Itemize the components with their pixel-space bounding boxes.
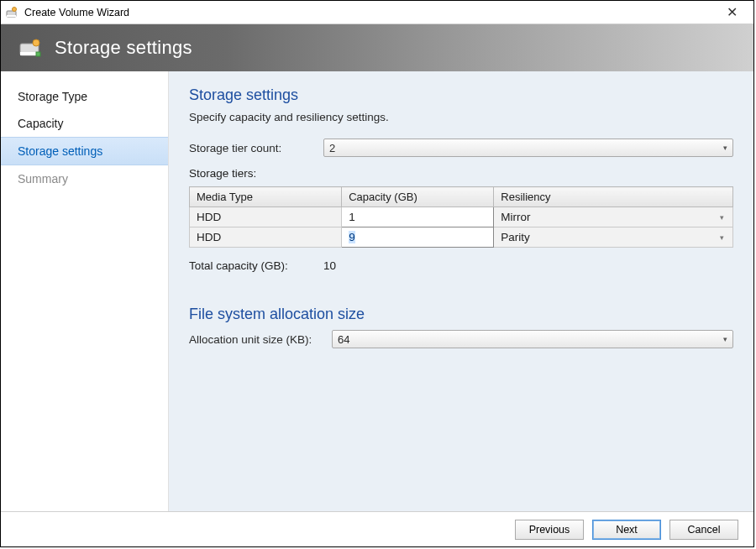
alloc-value: 64: [338, 333, 349, 346]
sidebar-item-storage-settings[interactable]: Storage settings: [1, 137, 168, 165]
window-title: Create Volume Wizard: [24, 7, 715, 18]
chevron-down-icon: ▾: [720, 213, 724, 222]
cell-capacity[interactable]: 1: [342, 207, 494, 227]
cell-media: HDD: [190, 227, 342, 248]
cancel-button[interactable]: Cancel: [669, 520, 738, 540]
disk-banner-icon: [19, 36, 43, 60]
close-icon[interactable]: ✕: [715, 4, 748, 20]
sidebar-item-label: Summary: [18, 172, 68, 186]
alloc-dropdown[interactable]: 64 ▾: [332, 330, 733, 348]
section-alloc-title: File system allocation size: [189, 306, 733, 323]
chevron-down-icon: ▾: [723, 144, 727, 152]
capacity-value: 9: [349, 231, 355, 243]
tiers-table: Media Type Capacity (GB) Resiliency HDD …: [189, 186, 733, 248]
section-storage-sub: Specify capacity and resiliency settings…: [189, 111, 733, 123]
tier-count-value: 2: [329, 142, 335, 154]
sidebar-item-summary: Summary: [1, 165, 168, 192]
resiliency-value: Parity: [501, 231, 530, 243]
tiers-label: Storage tiers:: [189, 167, 733, 180]
chevron-down-icon: ▾: [720, 233, 724, 242]
sidebar-item-storage-type[interactable]: Storage Type: [1, 83, 168, 110]
total-capacity-value: 10: [323, 259, 336, 272]
th-capacity[interactable]: Capacity (GB): [342, 187, 494, 207]
cell-resiliency[interactable]: Parity ▾: [494, 227, 733, 248]
sidebar: Storage Type Capacity Storage settings S…: [1, 71, 169, 511]
wizard-body: Storage Type Capacity Storage settings S…: [1, 71, 753, 511]
th-resiliency[interactable]: Resiliency: [494, 187, 733, 207]
sidebar-item-capacity[interactable]: Capacity: [1, 110, 168, 137]
cell-resiliency[interactable]: Mirror ▾: [494, 207, 733, 227]
next-button[interactable]: Next: [592, 520, 661, 540]
alloc-label: Allocation unit size (KB):: [189, 333, 332, 346]
resiliency-value: Mirror: [501, 211, 530, 223]
sidebar-item-label: Storage Type: [18, 90, 87, 103]
wizard-window: Create Volume Wizard ✕ Storage settings …: [0, 0, 754, 547]
button-bar: Previous Next Cancel: [1, 511, 753, 546]
alloc-row: Allocation unit size (KB): 64 ▾: [189, 330, 733, 348]
titlebar: Create Volume Wizard ✕: [1, 1, 753, 24]
sidebar-item-label: Capacity: [18, 117, 63, 130]
chevron-down-icon: ▾: [723, 335, 727, 343]
banner-title: Storage settings: [55, 37, 192, 59]
previous-button[interactable]: Previous: [515, 520, 584, 540]
table-row: HDD 9 Parity ▾: [190, 227, 733, 248]
tier-count-label: Storage tier count:: [189, 142, 323, 154]
svg-rect-6: [36, 52, 40, 56]
th-media[interactable]: Media Type: [190, 187, 342, 207]
main-panel: Storage settings Specify capacity and re…: [169, 71, 753, 511]
disk-wizard-icon: [6, 6, 19, 19]
sidebar-item-label: Storage settings: [18, 144, 102, 158]
cell-capacity[interactable]: 9: [342, 227, 494, 248]
tier-count-dropdown[interactable]: 2 ▾: [323, 139, 733, 157]
table-row: HDD 1 Mirror ▾: [190, 207, 733, 227]
svg-point-5: [33, 39, 39, 46]
svg-rect-1: [7, 15, 16, 17]
tier-count-row: Storage tier count: 2 ▾: [189, 139, 733, 157]
capacity-value: 1: [349, 211, 355, 223]
cell-media: HDD: [190, 207, 342, 227]
total-capacity-label: Total capacity (GB):: [189, 259, 323, 272]
section-storage-title: Storage settings: [189, 86, 733, 104]
svg-point-2: [13, 7, 17, 11]
banner: Storage settings: [1, 24, 753, 71]
total-capacity-row: Total capacity (GB): 10: [189, 259, 733, 272]
